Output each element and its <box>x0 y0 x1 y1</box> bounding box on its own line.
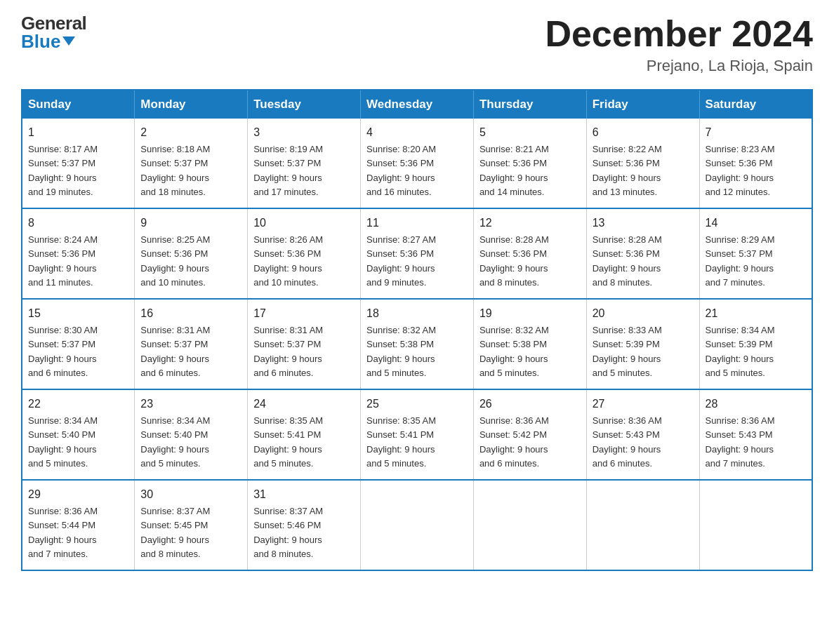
calendar-cell: 25 Sunrise: 8:35 AMSunset: 5:41 PMDaylig… <box>361 389 474 480</box>
calendar-cell: 1 Sunrise: 8:17 AMSunset: 5:37 PMDayligh… <box>22 119 135 208</box>
calendar-table: Sunday Monday Tuesday Wednesday Thursday… <box>21 89 813 571</box>
calendar-cell: 29 Sunrise: 8:36 AMSunset: 5:44 PMDaylig… <box>22 480 135 570</box>
calendar-cell <box>473 480 586 570</box>
calendar-cell: 9 Sunrise: 8:25 AMSunset: 5:36 PMDayligh… <box>135 208 248 299</box>
week-row-1: 1 Sunrise: 8:17 AMSunset: 5:37 PMDayligh… <box>22 119 812 208</box>
calendar-cell: 28 Sunrise: 8:36 AMSunset: 5:43 PMDaylig… <box>699 389 812 480</box>
day-info: Sunrise: 8:36 AMSunset: 5:44 PMDaylight:… <box>28 506 98 559</box>
day-info: Sunrise: 8:35 AMSunset: 5:41 PMDaylight:… <box>253 415 323 469</box>
calendar-cell: 24 Sunrise: 8:35 AMSunset: 5:41 PMDaylig… <box>248 389 361 480</box>
calendar-cell: 5 Sunrise: 8:21 AMSunset: 5:36 PMDayligh… <box>473 119 586 208</box>
calendar-cell: 3 Sunrise: 8:19 AMSunset: 5:37 PMDayligh… <box>248 119 361 208</box>
day-number: 20 <box>593 305 694 322</box>
logo-general-text: General <box>21 14 86 32</box>
day-info: Sunrise: 8:19 AMSunset: 5:37 PMDaylight:… <box>253 144 323 197</box>
day-number: 8 <box>28 215 128 232</box>
day-info: Sunrise: 8:36 AMSunset: 5:43 PMDaylight:… <box>706 415 775 469</box>
week-row-3: 15 Sunrise: 8:30 AMSunset: 5:37 PMDaylig… <box>22 299 812 389</box>
day-number: 3 <box>253 124 355 141</box>
day-number: 9 <box>140 215 241 232</box>
day-number: 29 <box>28 486 128 503</box>
day-number: 5 <box>479 124 581 141</box>
day-info: Sunrise: 8:28 AMSunset: 5:36 PMDaylight:… <box>593 234 662 288</box>
day-number: 10 <box>253 215 355 232</box>
day-number: 27 <box>593 396 694 412</box>
day-number: 18 <box>366 305 468 322</box>
week-row-4: 22 Sunrise: 8:34 AMSunset: 5:40 PMDaylig… <box>22 389 812 480</box>
calendar-cell: 2 Sunrise: 8:18 AMSunset: 5:37 PMDayligh… <box>135 119 248 208</box>
week-row-5: 29 Sunrise: 8:36 AMSunset: 5:44 PMDaylig… <box>22 480 812 570</box>
calendar-cell <box>361 480 474 570</box>
calendar-cell: 26 Sunrise: 8:36 AMSunset: 5:42 PMDaylig… <box>473 389 586 480</box>
calendar-cell: 31 Sunrise: 8:37 AMSunset: 5:46 PMDaylig… <box>248 480 361 570</box>
day-info: Sunrise: 8:34 AMSunset: 5:40 PMDaylight:… <box>140 415 210 469</box>
day-info: Sunrise: 8:27 AMSunset: 5:36 PMDaylight:… <box>366 234 436 288</box>
calendar-cell: 12 Sunrise: 8:28 AMSunset: 5:36 PMDaylig… <box>473 208 586 299</box>
day-number: 22 <box>28 396 128 412</box>
day-number: 7 <box>706 124 806 141</box>
header-sunday: Sunday <box>22 90 135 119</box>
month-title: December 2024 <box>545 14 813 54</box>
day-info: Sunrise: 8:37 AMSunset: 5:46 PMDaylight:… <box>253 506 323 559</box>
calendar-cell: 20 Sunrise: 8:33 AMSunset: 5:39 PMDaylig… <box>586 299 699 389</box>
logo-blue-text: Blue <box>21 32 60 51</box>
calendar-cell: 14 Sunrise: 8:29 AMSunset: 5:37 PMDaylig… <box>699 208 812 299</box>
day-info: Sunrise: 8:17 AMSunset: 5:37 PMDaylight:… <box>28 144 98 197</box>
day-number: 30 <box>140 486 241 503</box>
header-thursday: Thursday <box>473 90 586 119</box>
day-info: Sunrise: 8:28 AMSunset: 5:36 PMDaylight:… <box>479 234 549 288</box>
day-number: 15 <box>28 305 128 322</box>
day-number: 6 <box>593 124 694 141</box>
day-info: Sunrise: 8:34 AMSunset: 5:39 PMDaylight:… <box>706 325 775 378</box>
day-info: Sunrise: 8:32 AMSunset: 5:38 PMDaylight:… <box>479 325 549 378</box>
day-info: Sunrise: 8:18 AMSunset: 5:37 PMDaylight:… <box>140 144 210 197</box>
day-info: Sunrise: 8:35 AMSunset: 5:41 PMDaylight:… <box>366 415 436 469</box>
calendar-cell: 23 Sunrise: 8:34 AMSunset: 5:40 PMDaylig… <box>135 389 248 480</box>
header-saturday: Saturday <box>699 90 812 119</box>
day-number: 24 <box>253 396 355 412</box>
calendar-cell: 22 Sunrise: 8:34 AMSunset: 5:40 PMDaylig… <box>22 389 135 480</box>
day-number: 12 <box>479 215 581 232</box>
day-number: 31 <box>253 486 355 503</box>
day-number: 23 <box>140 396 241 412</box>
day-info: Sunrise: 8:34 AMSunset: 5:40 PMDaylight:… <box>28 415 98 469</box>
day-info: Sunrise: 8:26 AMSunset: 5:36 PMDaylight:… <box>253 234 323 288</box>
calendar-cell: 8 Sunrise: 8:24 AMSunset: 5:36 PMDayligh… <box>22 208 135 299</box>
calendar-cell: 16 Sunrise: 8:31 AMSunset: 5:37 PMDaylig… <box>135 299 248 389</box>
day-info: Sunrise: 8:25 AMSunset: 5:36 PMDaylight:… <box>140 234 210 288</box>
header-friday: Friday <box>586 90 699 119</box>
calendar-cell: 17 Sunrise: 8:31 AMSunset: 5:37 PMDaylig… <box>248 299 361 389</box>
day-info: Sunrise: 8:32 AMSunset: 5:38 PMDaylight:… <box>366 325 436 378</box>
day-info: Sunrise: 8:30 AMSunset: 5:37 PMDaylight:… <box>28 325 98 378</box>
calendar-cell: 7 Sunrise: 8:23 AMSunset: 5:36 PMDayligh… <box>699 119 812 208</box>
day-number: 21 <box>706 305 806 322</box>
day-number: 14 <box>706 215 806 232</box>
header-tuesday: Tuesday <box>248 90 361 119</box>
day-number: 28 <box>706 396 806 412</box>
logo-triangle-icon <box>62 36 75 46</box>
day-info: Sunrise: 8:20 AMSunset: 5:36 PMDaylight:… <box>366 144 436 197</box>
day-number: 19 <box>479 305 581 322</box>
location-subtitle: Prejano, La Rioja, Spain <box>545 57 813 75</box>
day-info: Sunrise: 8:29 AMSunset: 5:37 PMDaylight:… <box>706 234 775 288</box>
calendar-cell: 21 Sunrise: 8:34 AMSunset: 5:39 PMDaylig… <box>699 299 812 389</box>
day-number: 11 <box>366 215 468 232</box>
day-info: Sunrise: 8:33 AMSunset: 5:39 PMDaylight:… <box>593 325 662 378</box>
days-of-week-row: Sunday Monday Tuesday Wednesday Thursday… <box>22 90 812 119</box>
calendar-cell: 30 Sunrise: 8:37 AMSunset: 5:45 PMDaylig… <box>135 480 248 570</box>
day-number: 26 <box>479 396 581 412</box>
day-info: Sunrise: 8:24 AMSunset: 5:36 PMDaylight:… <box>28 234 98 288</box>
day-info: Sunrise: 8:37 AMSunset: 5:45 PMDaylight:… <box>140 506 210 559</box>
header-wednesday: Wednesday <box>361 90 474 119</box>
day-info: Sunrise: 8:36 AMSunset: 5:43 PMDaylight:… <box>593 415 662 469</box>
calendar-cell: 11 Sunrise: 8:27 AMSunset: 5:36 PMDaylig… <box>361 208 474 299</box>
day-info: Sunrise: 8:36 AMSunset: 5:42 PMDaylight:… <box>479 415 549 469</box>
page-header: General Blue December 2024 Prejano, La R… <box>21 14 813 75</box>
calendar-cell: 27 Sunrise: 8:36 AMSunset: 5:43 PMDaylig… <box>586 389 699 480</box>
day-number: 4 <box>366 124 468 141</box>
title-section: December 2024 Prejano, La Rioja, Spain <box>545 14 813 75</box>
day-number: 25 <box>366 396 468 412</box>
day-info: Sunrise: 8:23 AMSunset: 5:36 PMDaylight:… <box>706 144 775 197</box>
day-info: Sunrise: 8:22 AMSunset: 5:36 PMDaylight:… <box>593 144 662 197</box>
calendar-cell: 10 Sunrise: 8:26 AMSunset: 5:36 PMDaylig… <box>248 208 361 299</box>
